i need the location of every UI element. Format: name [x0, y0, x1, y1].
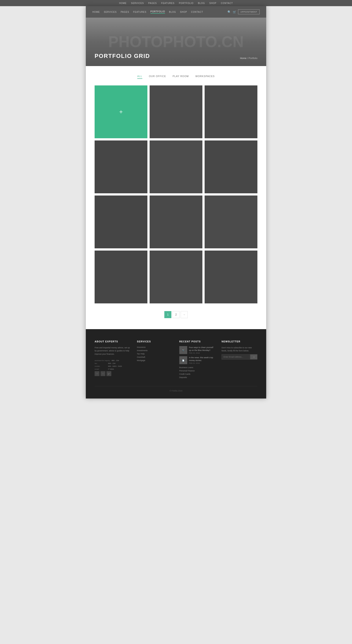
contact-val-4: IT MAIL	[108, 368, 114, 370]
footer-service-item-2[interactable]: Investments	[137, 350, 172, 352]
footer-services-col: SERVICES Insurance Investments Tax Help …	[137, 340, 172, 380]
topbar-link-home[interactable]: HOME	[119, 2, 126, 4]
footer-about-heading: ABOUT EXPERTS	[95, 340, 130, 343]
hero-banner: PHOTOPHOTO.CN PORTFOLIO GRID Home / Port…	[86, 18, 266, 66]
portfolio-section: ALL OUR OFFICE PLAY ROOM WORKSPACES +	[86, 66, 266, 329]
topbar-link-services[interactable]: SERVICES	[131, 2, 144, 4]
nav-pages[interactable]: PAGES	[121, 11, 129, 13]
breadcrumb: Home / Portfolio	[240, 57, 257, 60]
social-gp[interactable]: g+	[106, 371, 111, 376]
portfolio-item-12[interactable]	[205, 250, 257, 304]
footer-link-deposits[interactable]: Deposits	[179, 376, 215, 378]
social-tw[interactable]: t	[100, 371, 105, 376]
breadcrumb-home[interactable]: Home	[240, 57, 246, 60]
footer-extra-links: Business Loans Personal Finance Credit C…	[179, 366, 215, 378]
portfolio-item-7[interactable]	[95, 196, 147, 248]
appointment-button[interactable]: Appointment	[238, 10, 260, 14]
post-date-2: FEB 23, 2018	[189, 362, 215, 364]
contact-label-1: assistant for inquiry:	[95, 360, 110, 362]
portfolio-item-5[interactable]	[150, 140, 202, 193]
footer-service-item-3[interactable]: Tax Help	[137, 353, 172, 355]
breadcrumb-current: Portfolio	[249, 57, 257, 60]
post-title-1[interactable]: Four ways to cheer yourself up on the Bl…	[189, 346, 215, 352]
post-title-2[interactable]: In the news: this week's top money stori…	[189, 356, 215, 362]
portfolio-item-2[interactable]	[150, 86, 202, 138]
newsletter-submit-button[interactable]: →	[250, 354, 257, 360]
page-btn-2[interactable]: 2	[172, 311, 180, 318]
topbar-link-shop[interactable]: SHOP	[209, 2, 217, 4]
filter-our-office[interactable]: OUR OFFICE	[149, 75, 166, 79]
newsletter-email-input[interactable]	[222, 354, 250, 360]
nav-portfolio[interactable]: PORTFOLIO	[150, 10, 165, 14]
footer-link-credit[interactable]: Credit Cards	[179, 373, 215, 375]
social-fb[interactable]: f	[95, 371, 99, 376]
footer-service-item-5[interactable]: Mortgage	[137, 359, 172, 362]
nav-home[interactable]: HOME	[92, 11, 100, 13]
top-bar: HOME SERVICES PAGES FEATURES PORTFOLIO B…	[0, 0, 352, 6]
footer: ABOUT EXPERTS Free and impartial money a…	[86, 329, 266, 398]
copyright: © Fotolia 2016	[170, 390, 183, 392]
page-btn-1[interactable]: 1	[164, 311, 171, 318]
portfolio-item-6[interactable]	[205, 140, 257, 193]
footer-newsletter-col: NEWSLETTER Don't miss to subscribe to ou…	[222, 340, 257, 380]
pagination: 1 2 →	[95, 311, 257, 318]
header-nav: HOME SERVICES PAGES FEATURES PORTFOLIO B…	[92, 10, 203, 14]
nav-services[interactable]: SERVICES	[104, 11, 117, 13]
footer-service-item-1[interactable]: Insurance	[137, 346, 172, 348]
footer-newsletter-text: Don't miss to subscribe to our new feeds…	[222, 346, 257, 352]
footer-columns: ABOUT EXPERTS Free and impartial money a…	[95, 340, 257, 380]
recent-post-2: 📄 In the news: this week's top money sto…	[179, 356, 215, 364]
contact-val-1: 866 - 234	[111, 360, 119, 362]
header: HOME SERVICES PAGES FEATURES PORTFOLIO B…	[86, 6, 266, 18]
plus-icon: +	[119, 108, 123, 115]
filter-play-room[interactable]: PLAY ROOM	[173, 75, 189, 79]
footer-contact-item: assistant for inquiry: 866 - 234	[95, 360, 130, 362]
watermark: PHOTOPHOTO.CN	[108, 33, 244, 51]
footer-contact-item-2: fax: 866 - 234	[95, 362, 130, 364]
post-info-2: In the news: this week's top money stori…	[189, 356, 215, 364]
portfolio-item-8[interactable]	[150, 196, 202, 248]
nav-features[interactable]: FEATURES	[133, 11, 146, 13]
footer-posts-col: RECENT POSTS 📷 Four ways to cheer yourse…	[179, 340, 215, 380]
portfolio-item-1[interactable]: +	[95, 86, 147, 138]
footer-link-business[interactable]: Business Loans	[179, 366, 215, 368]
contact-val-3: 866 - 8403 - 5430	[108, 365, 122, 367]
topbar-link-portfolio[interactable]: PORTFOLIO	[179, 2, 194, 4]
filter-tabs: ALL OUR OFFICE PLAY ROOM WORKSPACES	[95, 75, 257, 79]
portfolio-item-10[interactable]	[95, 250, 147, 304]
footer-about-col: ABOUT EXPERTS Free and impartial money a…	[95, 340, 130, 380]
nav-shop[interactable]: SHOP	[180, 11, 187, 13]
footer-contact-items: assistant for inquiry: 866 - 234 fax: 86…	[95, 360, 130, 370]
topbar-link-contact[interactable]: CONTACT	[221, 2, 233, 4]
page-title: PORTFOLIO GRID	[95, 52, 150, 60]
footer-services-list: Insurance Investments Tax Help Overdraft…	[137, 346, 172, 362]
page-btn-next[interactable]: →	[181, 311, 188, 318]
hero-content: PORTFOLIO GRID Home / Portfolio	[95, 52, 257, 60]
portfolio-grid: +	[95, 86, 257, 304]
topbar-link-blog[interactable]: BLOG	[198, 2, 205, 4]
nav-contact[interactable]: CONTACT	[191, 11, 203, 13]
contact-label-3: mobile:	[95, 365, 107, 367]
topbar-link-features[interactable]: FEATURES	[161, 2, 175, 4]
filter-workspaces[interactable]: WORKSPACES	[195, 75, 215, 79]
post-thumb-2: 📄	[179, 356, 187, 364]
post-thumb-1: 📷	[179, 346, 187, 354]
footer-about-text: Free and impartial money advice, set up …	[95, 346, 130, 356]
filter-all[interactable]: ALL	[137, 75, 142, 79]
portfolio-item-4[interactable]	[95, 140, 147, 193]
nav-blog[interactable]: BLOG	[169, 11, 176, 13]
site-wrapper: HOME SERVICES PAGES FEATURES PORTFOLIO B…	[86, 6, 266, 398]
search-icon[interactable]: 🔍	[228, 10, 231, 14]
footer-link-personal[interactable]: Personal Finance	[179, 370, 215, 372]
footer-newsletter-heading: NEWSLETTER	[222, 340, 257, 343]
cart-icon[interactable]: 🛒	[233, 10, 236, 14]
footer-services-heading: SERVICES	[137, 340, 172, 343]
footer-service-item-4[interactable]: Overdraft	[137, 356, 172, 358]
portfolio-item-11[interactable]	[150, 250, 202, 304]
newsletter-form: →	[222, 354, 257, 360]
topbar-link-pages[interactable]: PAGES	[148, 2, 157, 4]
svg-text:📄: 📄	[182, 359, 184, 362]
portfolio-item-9[interactable]	[205, 196, 257, 248]
post-info-1: Four ways to cheer yourself up on the Bl…	[189, 346, 215, 354]
portfolio-item-3[interactable]	[205, 86, 257, 138]
